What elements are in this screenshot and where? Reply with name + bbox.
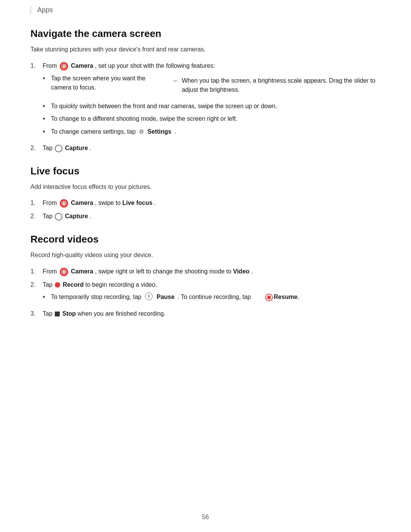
live-focus-step-2-content: Tap Capture .	[43, 212, 381, 221]
rv-pause-bold: Pause	[156, 292, 174, 302]
step1-text-from: From	[43, 62, 59, 69]
rv-step3-stop-bold: Stop	[62, 310, 76, 317]
resume-icon	[265, 294, 273, 301]
section-navigate-intro: Take stunning pictures with your device'…	[30, 45, 381, 54]
record-dot-icon	[55, 282, 60, 288]
bullet-tap-focus-text: Tap the screen where you want the camera…	[51, 74, 163, 93]
lf-step1-from: From	[43, 200, 59, 206]
section-record-videos: Record videos Record high-quality videos…	[30, 233, 381, 318]
section-record-videos-intro: Record high-quality videos using your de…	[30, 251, 381, 260]
record-step-1: From Camera , swipe right or left to cha…	[30, 267, 381, 276]
live-focus-step-1: From Camera , swipe to Live focus .	[30, 198, 381, 208]
lf-step1-camera-bold: Camera	[71, 200, 93, 206]
rv-bullet-pause: To temporarily stop recording, tap Pause…	[43, 292, 381, 302]
rv-step2-bullets: To temporarily stop recording, tap Pause…	[43, 292, 381, 302]
section-live-focus-intro: Add interactive focus effects to your pi…	[30, 182, 381, 192]
page-number: 56	[0, 514, 411, 521]
bullet-switch-cameras: To quickly switch between the front and …	[43, 102, 381, 111]
rv-step3-text: when you are finished recording.	[78, 310, 166, 317]
bullet-shooting-mode: To change to a different shooting mode, …	[43, 114, 381, 124]
navigate-steps-list: From Camera , set up your shot with the …	[30, 61, 381, 153]
record-step-2: Tap Record to begin recording a video. T…	[30, 280, 381, 305]
rv-step1-text: , swipe right or left to change the shoo…	[95, 268, 233, 275]
rv-step2-tap: Tap	[43, 281, 54, 288]
navigate-step-2: Tap Capture .	[30, 144, 381, 153]
bullet-settings-text-before: To change camera settings, tap	[51, 127, 135, 137]
lf-step1-text: , swipe to	[95, 200, 122, 206]
rv-resume-period: .	[298, 292, 299, 302]
page-container: Apps Navigate the camera screen Take stu…	[0, 0, 411, 532]
bullet-settings-bold: Settings	[147, 127, 171, 137]
record-step-3-content: Tap Stop when you are finished recording…	[43, 309, 381, 319]
rv-step1-video-bold: Video	[233, 268, 249, 275]
rv-step2-text: to begin recording a video.	[85, 281, 157, 288]
camera-icon-rv-inner	[62, 270, 66, 274]
dash-brightness-item: When you tap the screen, a brightness sc…	[174, 76, 381, 95]
record-step-3: Tap Stop when you are finished recording…	[30, 309, 381, 319]
step1-bold-camera: Camera	[71, 62, 93, 69]
record-videos-steps-list: From Camera , swipe right or left to cha…	[30, 267, 381, 319]
camera-icon	[60, 62, 68, 70]
rv-step1-from: From	[43, 268, 59, 275]
live-focus-step-1-content: From Camera , swipe to Live focus .	[43, 198, 381, 208]
breadcrumb: Apps	[30, 6, 381, 14]
bullet-settings-period: .	[174, 127, 176, 137]
rv-bullet-pause-text-before: To temporarily stop recording, tap	[51, 292, 141, 302]
section-record-videos-heading: Record videos	[30, 233, 381, 245]
lf-step2-period: .	[90, 213, 91, 219]
step2-text-tap: Tap	[43, 145, 54, 151]
step1-text-after: , set up your shot with the following fe…	[95, 62, 215, 69]
stop-icon	[55, 312, 60, 316]
bullet-tap-focus: Tap the screen where you want the camera…	[43, 74, 381, 99]
breadcrumb-text: Apps	[37, 6, 53, 14]
bullet-switch-text: To quickly switch between the front and …	[51, 102, 277, 111]
step1-bullets: Tap the screen where you want the camera…	[43, 74, 381, 137]
camera-icon-rv	[60, 268, 68, 276]
navigate-step-1-content: From Camera , set up your shot with the …	[43, 61, 381, 140]
section-navigate: Navigate the camera screen Take stunning…	[30, 28, 381, 153]
capture-icon	[55, 145, 62, 152]
record-step-2-content: Tap Record to begin recording a video. T…	[43, 280, 381, 305]
navigate-step-1: From Camera , set up your shot with the …	[30, 61, 381, 140]
camera-icon-lf	[60, 199, 68, 208]
camera-icon-inner	[62, 64, 66, 68]
rv-step3-tap: Tap	[43, 310, 54, 317]
rv-step2-record-bold: Record	[63, 281, 84, 288]
live-focus-step-2: Tap Capture .	[30, 212, 381, 221]
bullet-settings: To change camera settings, tap ⚙ Setting…	[43, 127, 381, 137]
dash-brightness-text: When you tap the screen, a brightness sc…	[182, 76, 381, 95]
lf-step2-tap: Tap	[43, 213, 54, 219]
dash-brightness: When you tap the screen, a brightness sc…	[166, 76, 381, 97]
capture-icon-lf	[55, 213, 62, 220]
camera-icon-lf-inner	[62, 201, 66, 205]
rv-step1-camera-bold: Camera	[71, 268, 93, 275]
record-step-1-content: From Camera , swipe right or left to cha…	[43, 267, 381, 276]
navigate-step-2-content: Tap Capture .	[43, 144, 381, 153]
lf-step1-live-focus-bold: Live focus	[122, 200, 152, 206]
rv-step1-period: .	[251, 268, 253, 275]
rv-resume-bold: Resume	[274, 292, 297, 302]
rv-pause-continue: . To continue recording, tap	[178, 292, 251, 302]
live-focus-steps-list: From Camera , swipe to Live focus . Tap …	[30, 198, 381, 221]
gear-icon: ⚙	[139, 127, 144, 136]
rv-resume-line: Resume .	[257, 292, 299, 302]
section-navigate-heading: Navigate the camera screen	[30, 28, 381, 40]
section-live-focus-heading: Live focus	[30, 165, 381, 177]
step2-period: .	[90, 145, 91, 151]
pause-icon	[145, 292, 153, 300]
lf-step1-period: .	[154, 200, 156, 206]
step2-bold-capture: Capture	[65, 145, 88, 151]
bullet-shooting-text: To change to a different shooting mode, …	[51, 114, 237, 124]
lf-step2-capture-bold: Capture	[65, 213, 88, 219]
section-live-focus: Live focus Add interactive focus effects…	[30, 165, 381, 221]
